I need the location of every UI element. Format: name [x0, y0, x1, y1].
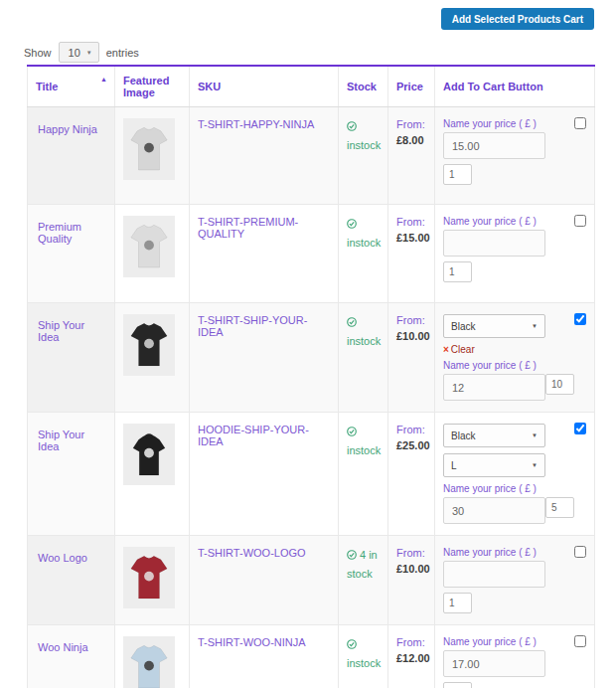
- price-from-label: From:: [396, 216, 426, 228]
- title-cell: Happy Ninja: [28, 107, 115, 205]
- column-header-title[interactable]: Title ▲: [28, 66, 115, 107]
- product-title-link[interactable]: Ship Your Idea: [38, 429, 84, 452]
- quantity-input[interactable]: [545, 374, 574, 395]
- name-your-price-input[interactable]: [443, 561, 545, 588]
- chevron-down-icon: ▼: [532, 432, 538, 438]
- variant-select[interactable]: Black▼: [443, 424, 545, 447]
- name-your-price-label: Name your price ( £ ): [443, 547, 562, 558]
- select-product-checkbox[interactable]: [574, 117, 586, 129]
- price-cell: From:£8.00: [388, 107, 435, 205]
- clear-selection-link[interactable]: ×Clear: [443, 344, 562, 355]
- product-table-page: Add Selected Products Cart Show 10 ▼ ent…: [0, 0, 616, 688]
- product-title-link[interactable]: Happy Ninja: [38, 123, 97, 135]
- name-your-price-input[interactable]: [443, 497, 545, 524]
- price-input-row: [443, 561, 562, 588]
- instock-icon: [347, 315, 357, 333]
- stock-cell: instock: [339, 625, 388, 688]
- sku-value: T-SHIRT-PREMIUM-QUALITY: [198, 216, 298, 240]
- price-input-row: [443, 132, 562, 159]
- price-input-row: [443, 497, 562, 524]
- product-image: [123, 636, 175, 688]
- column-header-sku[interactable]: SKU: [190, 66, 339, 107]
- product-image: [123, 547, 175, 608]
- stock-status: instock: [347, 444, 381, 456]
- product-title-link[interactable]: Premium Quality: [38, 221, 81, 245]
- sku-cell: HOODIE-SHIP-YOUR-IDEA: [190, 413, 339, 536]
- quantity-input[interactable]: [545, 497, 574, 518]
- price-cell: From:£25.00: [388, 413, 435, 536]
- price-from-label: From:: [396, 547, 426, 559]
- sku-cell: T-SHIRT-WOO-LOGO: [190, 536, 339, 625]
- product-title-link[interactable]: Woo Logo: [38, 552, 87, 564]
- name-your-price-input[interactable]: [443, 230, 545, 257]
- stock-status: instock: [347, 237, 381, 249]
- price-input-row: [443, 374, 562, 401]
- quantity-input[interactable]: [443, 682, 472, 688]
- select-product-checkbox[interactable]: [574, 635, 586, 647]
- featured-image-cell: [115, 413, 190, 536]
- instock-icon: [347, 217, 357, 235]
- product-title-link[interactable]: Ship Your Idea: [38, 319, 84, 343]
- stock-cell: instock: [339, 413, 388, 536]
- product-image: [123, 424, 175, 485]
- add-to-cart-controls: Name your price ( £ ): [443, 547, 586, 613]
- chevron-down-icon: ▼: [86, 50, 92, 56]
- product-image: [123, 216, 175, 277]
- quantity-input[interactable]: [443, 164, 472, 185]
- column-header-stock[interactable]: Stock: [339, 66, 388, 107]
- price-cell: From:£10.00: [388, 536, 435, 625]
- column-header-price[interactable]: Price: [388, 66, 435, 107]
- quantity-input[interactable]: [443, 593, 472, 613]
- sort-asc-icon: ▲: [100, 76, 107, 83]
- title-cell: Ship Your Idea: [28, 413, 115, 536]
- quantity-input[interactable]: [443, 261, 472, 282]
- price-cell: From:£15.00: [388, 205, 435, 303]
- variant-selected-value: Black: [451, 321, 475, 332]
- price-from-label: From:: [396, 424, 426, 435]
- select-product-checkbox[interactable]: [574, 215, 586, 227]
- add-to-cart-controls: Name your price ( £ ): [443, 118, 586, 185]
- sku-value: T-SHIRT-HAPPY-NINJA: [198, 118, 314, 130]
- sku-cell: T-SHIRT-SHIP-YOUR-IDEA: [190, 303, 339, 413]
- price-input-row: [443, 650, 562, 677]
- stock-status: instock: [347, 335, 381, 347]
- add-to-cart-controls: Name your price ( £ ): [443, 216, 586, 282]
- entries-selected-value: 10: [69, 47, 80, 59]
- featured-image-cell: [115, 205, 190, 303]
- name-your-price-input[interactable]: [443, 374, 545, 401]
- chevron-down-icon: ▼: [532, 462, 538, 468]
- select-product-checkbox[interactable]: [574, 313, 586, 325]
- table-row: Woo LogoT-SHIRT-WOO-LOGO4 in stockFrom:£…: [28, 536, 595, 625]
- add-to-cart-cell: Name your price ( £ ): [435, 205, 595, 303]
- name-your-price-label: Name your price ( £ ): [443, 483, 562, 494]
- add-selected-products-cart-button[interactable]: Add Selected Products Cart: [441, 8, 594, 30]
- instock-icon: [347, 637, 357, 655]
- column-header-add-to-cart[interactable]: Add To Cart Button: [435, 66, 595, 107]
- price-cell: From:£12.00: [388, 625, 435, 688]
- entries-per-page-select[interactable]: 10 ▼: [59, 42, 99, 63]
- featured-image-cell: [115, 303, 190, 413]
- price-amount: £10.00: [396, 330, 426, 342]
- product-title-link[interactable]: Woo Ninja: [38, 641, 88, 653]
- name-your-price-input[interactable]: [443, 650, 545, 677]
- sku-value: T-SHIRT-WOO-LOGO: [198, 547, 306, 559]
- clear-x-icon: ×: [443, 344, 449, 355]
- add-to-cart-controls: Name your price ( £ ): [443, 636, 586, 688]
- select-product-checkbox[interactable]: [574, 546, 586, 558]
- name-your-price-input[interactable]: [443, 132, 545, 159]
- price-from-label: From:: [396, 314, 426, 326]
- add-to-cart-cell: Black▼L▼Name your price ( £ ): [435, 413, 595, 536]
- show-label: Show: [24, 47, 52, 59]
- price-amount: £25.00: [396, 439, 426, 451]
- price-input-row: [443, 230, 562, 257]
- variant-select[interactable]: L▼: [443, 453, 545, 477]
- select-product-checkbox[interactable]: [574, 423, 586, 434]
- add-to-cart-cell: Name your price ( £ ): [435, 536, 595, 625]
- stock-status: instock: [347, 657, 381, 669]
- table-row: Ship Your IdeaT-SHIRT-SHIP-YOUR-IDEAinst…: [28, 303, 595, 413]
- add-to-cart-cell: Name your price ( £ ): [435, 107, 595, 205]
- column-header-featured-image[interactable]: Featured Image: [115, 66, 190, 107]
- add-to-cart-controls: Black▼L▼Name your price ( £ ): [443, 424, 586, 524]
- add-to-cart-cell: Black▼×ClearName your price ( £ ): [435, 303, 595, 413]
- variant-select[interactable]: Black▼: [443, 314, 545, 338]
